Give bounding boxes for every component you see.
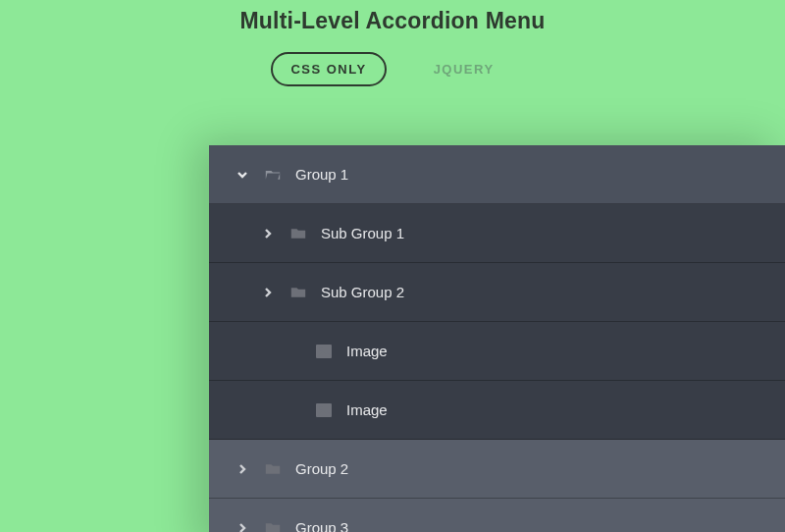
image-icon	[315, 401, 333, 419]
accordion-item-label: Sub Group 2	[321, 284, 404, 300]
folder-icon	[264, 460, 282, 478]
accordion-item-sub-group-1[interactable]: Sub Group 1	[209, 204, 785, 263]
accordion-item-image-1[interactable]: Image	[209, 322, 785, 381]
accordion-item-label: Group 3	[295, 519, 348, 532]
chevron-right-icon	[260, 285, 276, 300]
accordion-item-label: Sub Group 1	[321, 225, 404, 241]
tab-css-only[interactable]: CSS ONLY	[271, 52, 386, 86]
accordion-menu: Group 1 Sub Group 1 Sub Group 2 Image	[209, 145, 785, 532]
accordion-item-group-1[interactable]: Group 1	[209, 145, 785, 204]
folder-icon	[289, 225, 307, 242]
accordion-item-group-2[interactable]: Group 2	[209, 440, 785, 499]
chevron-down-icon	[235, 167, 250, 183]
tab-jquery[interactable]: JQUERY	[414, 52, 514, 86]
chevron-right-icon	[235, 461, 250, 477]
svg-point-1	[319, 347, 322, 350]
accordion-item-image-2[interactable]: Image	[209, 381, 785, 440]
tabs: CSS ONLY JQUERY	[0, 52, 785, 86]
accordion-item-sub-group-2[interactable]: Sub Group 2	[209, 263, 785, 322]
chevron-right-icon	[235, 520, 250, 533]
accordion-item-label: Group 1	[295, 166, 348, 183]
accordion-item-group-3[interactable]: Group 3	[209, 499, 785, 532]
folder-open-icon	[264, 166, 282, 184]
page-title: Multi-Level Accordion Menu	[0, 0, 785, 34]
image-icon	[315, 343, 333, 360]
chevron-right-icon	[260, 226, 276, 241]
folder-icon	[264, 519, 282, 533]
folder-icon	[289, 284, 307, 301]
accordion-item-label: Group 2	[295, 460, 348, 477]
accordion-item-label: Image	[346, 401, 388, 418]
accordion-item-label: Image	[346, 343, 388, 359]
svg-point-4	[319, 406, 322, 409]
